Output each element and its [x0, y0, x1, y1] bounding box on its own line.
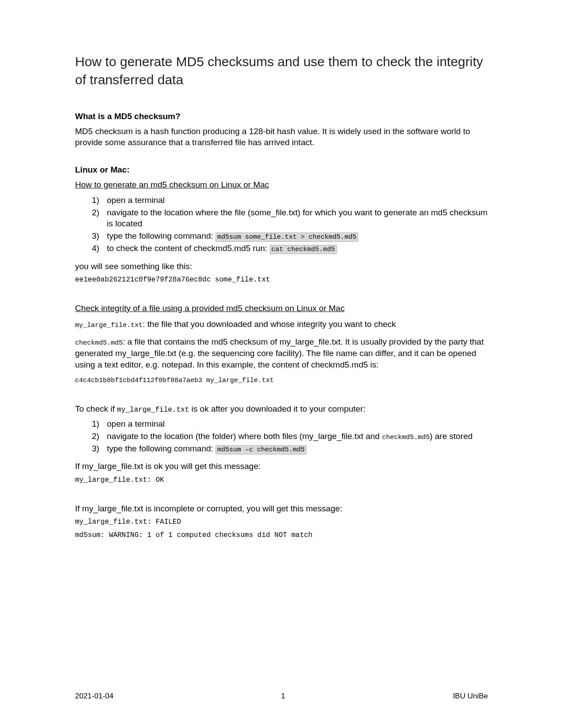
list-generate: 1) open a terminal 2) navigate to the lo… — [92, 195, 488, 254]
list-number: 2) — [92, 207, 99, 218]
list-item: 3) type the following command: md5sum so… — [92, 230, 488, 242]
text-ok: If my_large_file.txt is ok you will get … — [75, 461, 488, 472]
subheading-generate: How to generate an md5 checksum on Linux… — [75, 179, 488, 191]
list-item: 1) open a terminal — [92, 418, 488, 430]
list-item: 3) type the following command: md5sum –c… — [92, 443, 488, 454]
list-number: 1) — [92, 418, 99, 430]
text-to-check: To check if my_large_file.txt is ok afte… — [75, 403, 488, 415]
list-item: 1) open a terminal — [92, 195, 488, 206]
text: : a file that contains the md5 checksum … — [75, 337, 484, 369]
filename: checkmd5.md5 — [382, 434, 430, 441]
list-number: 4) — [92, 243, 99, 254]
code-output: my_large_file.txt: FAILED — [75, 518, 488, 527]
list-text: ) are stored — [430, 432, 472, 441]
text-file-desc: my_large_file.txt: the file that you dow… — [75, 319, 488, 330]
list-text: to check the content of checkmd5.md5 run… — [107, 244, 270, 253]
list-text: navigate to the location where the file … — [107, 208, 487, 229]
code-inline: md5sum –c checkmd5.md5 — [215, 445, 306, 454]
text-see: you will see something like this: — [75, 261, 488, 272]
footer-page: 1 — [281, 691, 285, 702]
code-output: c4c4cb1b8bf1cbd4f112f0bf88a7aeb3 my_larg… — [75, 376, 488, 385]
page-footer: 2021-01-04 1 IBU UniBe — [75, 691, 488, 702]
list-item: 4) to check the content of checkmd5.md5 … — [92, 243, 488, 254]
text-md5-desc: checkmd5.md5: a file that contains the m… — [75, 336, 488, 371]
code-output: my_large_file.txt: OK — [75, 476, 488, 485]
text-intro: MD5 checksum is a hash function producin… — [75, 126, 488, 148]
footer-org: IBU UniBe — [453, 691, 488, 702]
list-text: navigate to the location (the folder) wh… — [107, 432, 382, 441]
filename: my_large_file.txt — [75, 322, 143, 329]
text-failed: If my_large_file.txt is incomplete or co… — [75, 503, 488, 514]
list-number: 3) — [92, 230, 99, 242]
list-item: 2) navigate to the location where the fi… — [92, 207, 488, 229]
page-title: How to generate MD5 checksums and use th… — [75, 53, 488, 89]
heading-linux-mac: Linux or Mac: — [75, 164, 488, 176]
code-output: ee1ee0ab262121c0f9e79f28a76ec8dc some_fi… — [75, 275, 488, 285]
filename: my_large_file.txt — [117, 406, 189, 414]
list-text: type the following command: — [107, 231, 215, 240]
filename: checkmd5.md5 — [75, 339, 123, 347]
text: To check if — [75, 404, 117, 413]
code-output: md5sum: WARNING: 1 of 1 computed checksu… — [75, 531, 488, 540]
footer-date: 2021-01-04 — [75, 691, 113, 702]
code-inline: md5sum some_file.txt > checkmd5.md5 — [215, 233, 358, 242]
list-text: type the following command: — [107, 444, 215, 453]
list-number: 3) — [92, 443, 99, 454]
list-check: 1) open a terminal 2) navigate to the lo… — [92, 418, 488, 454]
code-inline: cat checkmd5.md5 — [270, 245, 337, 254]
heading-what-is: What is a MD5 checksum? — [75, 111, 488, 122]
list-text: open a terminal — [107, 419, 165, 428]
text: : the file that you downloaded and whose… — [143, 319, 396, 329]
list-item: 2) navigate to the location (the folder)… — [92, 431, 488, 442]
subheading-check: Check integrity of a file using a provid… — [75, 303, 488, 314]
list-number: 2) — [92, 431, 99, 442]
list-number: 1) — [92, 195, 99, 206]
text: is ok after you downloaded it to your co… — [189, 404, 365, 413]
list-text: open a terminal — [107, 195, 165, 205]
